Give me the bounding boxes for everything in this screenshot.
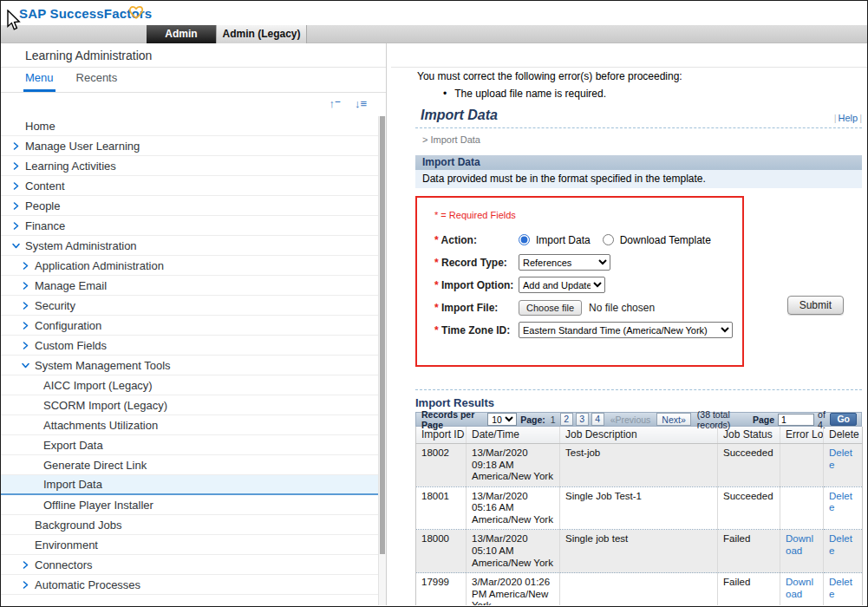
sidebar-item-custom-fields[interactable]: Custom Fields: [1, 336, 378, 356]
chevron-right-icon[interactable]: [21, 341, 35, 350]
delete-link[interactable]: Delete: [829, 533, 852, 556]
record-type-row: Record Type: References: [434, 254, 742, 271]
sidebar-item-label: System Administration: [25, 239, 137, 252]
sidebar-item-automatic-processes[interactable]: Automatic Processes: [1, 575, 378, 595]
chevron-right-icon[interactable]: [21, 580, 35, 590]
chevron-right-icon[interactable]: [21, 261, 35, 271]
cell-job-description: Single job test: [560, 530, 718, 573]
chevron-right-icon[interactable]: [11, 181, 25, 191]
delete: Delete: [824, 530, 863, 573]
sidebar-item-background-jobs[interactable]: Background Jobs: [1, 515, 378, 535]
sidebar-item-finance[interactable]: Finance: [1, 216, 378, 236]
scrollbar-thumb[interactable]: [380, 116, 385, 554]
action-row: Action: Import Data Download Template: [434, 232, 742, 248]
import-option-select[interactable]: Add and Update: [519, 277, 605, 293]
sidebar-item-people[interactable]: People: [1, 196, 378, 216]
sidebar-item-attachments-utilization[interactable]: Attachments Utilization: [1, 415, 378, 435]
page-button-2[interactable]: 2: [560, 413, 573, 426]
radio-download-template[interactable]: [603, 234, 614, 245]
chevron-right-icon[interactable]: [21, 321, 35, 330]
next-button[interactable]: Next»: [656, 413, 690, 426]
cell-job-status: Succeeded: [718, 486, 780, 530]
main-panel: Submit You must correct the following er…: [388, 43, 867, 605]
sidebar-tabs: Menu Recents: [25, 71, 117, 92]
chevron-right-icon[interactable]: [21, 281, 35, 290]
sidebar-item-configuration[interactable]: Configuration: [1, 316, 378, 336]
sidebar-item-application-administration[interactable]: Application Administration: [1, 256, 378, 276]
sidebar-item-export-data[interactable]: Export Data: [1, 435, 378, 455]
delete-link[interactable]: Delete: [829, 447, 852, 470]
page-button-3[interactable]: 3: [576, 413, 589, 426]
chevron-right-icon[interactable]: [21, 301, 35, 310]
sidebar-item-import-data[interactable]: Import Data: [1, 475, 378, 495]
sidebar-item-label: Import Data: [43, 478, 102, 491]
cell-date-time: 13/Mar/2020 05:16 AM America/New York: [467, 486, 560, 530]
heart-icon: [128, 5, 144, 20]
cell-job-status: Failed: [718, 530, 780, 573]
sidebar-item-label: Offline Player Installer: [43, 499, 153, 512]
download: Download: [780, 530, 824, 573]
help-link[interactable]: Help: [839, 113, 858, 123]
sidebar-item-label: Configuration: [35, 319, 101, 332]
go-button[interactable]: Go: [830, 413, 857, 426]
sidebar-item-system-management-tools[interactable]: System Management Tools: [1, 356, 378, 375]
radio-import-data[interactable]: [519, 234, 530, 245]
page-buttons: 1234: [549, 413, 604, 426]
sidebar-item-aicc-import-legacy[interactable]: AICC Import (Legacy): [1, 375, 378, 395]
download-link[interactable]: Download: [786, 577, 813, 599]
chevron-down-icon[interactable]: [21, 361, 35, 370]
time-zone-select[interactable]: Eastern Standard Time (America/New York): [519, 322, 733, 338]
tab-menu[interactable]: Menu: [25, 71, 54, 92]
sidebar-item-label: Export Data: [43, 439, 103, 452]
records-per-page-label: Records per Page: [421, 409, 484, 430]
divider: [391, 67, 867, 68]
chevron-right-icon[interactable]: [11, 141, 25, 151]
sidebar-item-generate-direct-link[interactable]: Generate Direct Link: [1, 455, 378, 475]
tab-recents[interactable]: Recents: [76, 71, 118, 92]
sidebar-item-system-administration[interactable]: System Administration: [1, 236, 378, 256]
sidebar-item-manage-user-learning[interactable]: Manage User Learning: [1, 136, 378, 156]
cell-date-time: 13/Mar/2020 09:18 AM America/New York: [467, 444, 560, 487]
record-type-select[interactable]: References: [519, 254, 610, 271]
chevron-right-icon[interactable]: [21, 560, 35, 570]
page-input[interactable]: [778, 414, 814, 426]
sidebar-title: Learning Administration: [25, 49, 152, 62]
sidebar-item-scorm-import-legacy[interactable]: SCORM Import (Legacy): [1, 395, 378, 415]
sidebar-item-environment[interactable]: Environment: [1, 535, 378, 555]
app-window: SAP SuccessFactors Admin Admin (Legacy) …: [0, 0, 868, 607]
choose-file-button[interactable]: Choose file: [519, 300, 582, 316]
sidebar-item-home[interactable]: Home: [1, 116, 378, 136]
tab-admin-legacy[interactable]: Admin (Legacy): [216, 25, 307, 43]
sidebar-item-connectors[interactable]: Connectors: [1, 555, 378, 575]
chevron-right-icon[interactable]: [11, 221, 25, 231]
help-links: |Help|: [834, 113, 862, 123]
records-per-page-select[interactable]: 10: [487, 413, 517, 426]
sidebar-item-learning-activities[interactable]: Learning Activities: [1, 156, 378, 176]
divider: [415, 127, 862, 128]
delete: Delete: [824, 486, 863, 530]
sidebar-item-label: Connectors: [35, 558, 92, 571]
delete-link[interactable]: Delete: [829, 577, 852, 599]
download-link[interactable]: Download: [786, 533, 813, 556]
cell-job-status: Failed: [718, 573, 780, 605]
sidebar-item-label: Manage User Learning: [25, 140, 140, 153]
chevron-down-icon[interactable]: [11, 241, 25, 251]
delete-link[interactable]: Delete: [829, 491, 852, 513]
sort-descending-icon[interactable]: ↓≡: [355, 97, 367, 110]
sidebar-scrollbar[interactable]: [378, 116, 386, 605]
sidebar-item-content[interactable]: Content: [1, 176, 378, 196]
chevron-right-icon[interactable]: [11, 161, 25, 171]
error-message: You must correct the following error(s) …: [417, 70, 862, 82]
chevron-right-icon[interactable]: [11, 201, 25, 211]
download: Download: [780, 573, 824, 605]
cell-job-status: Succeeded: [718, 444, 780, 487]
top-bar: SAP SuccessFactors: [1, 1, 867, 25]
sidebar-item-offline-player-installer[interactable]: Offline Player Installer: [1, 495, 378, 515]
page-button-4[interactable]: 4: [591, 413, 604, 426]
sidebar-nav: HomeManage User LearningLearning Activit…: [1, 116, 378, 595]
tab-admin[interactable]: Admin: [147, 25, 216, 43]
sidebar-item-manage-email[interactable]: Manage Email: [1, 276, 378, 296]
sort-ascending-icon[interactable]: ↑⁻: [330, 97, 341, 110]
sidebar-item-security[interactable]: Security: [1, 296, 378, 316]
sidebar-item-label: Manage Email: [35, 279, 107, 292]
